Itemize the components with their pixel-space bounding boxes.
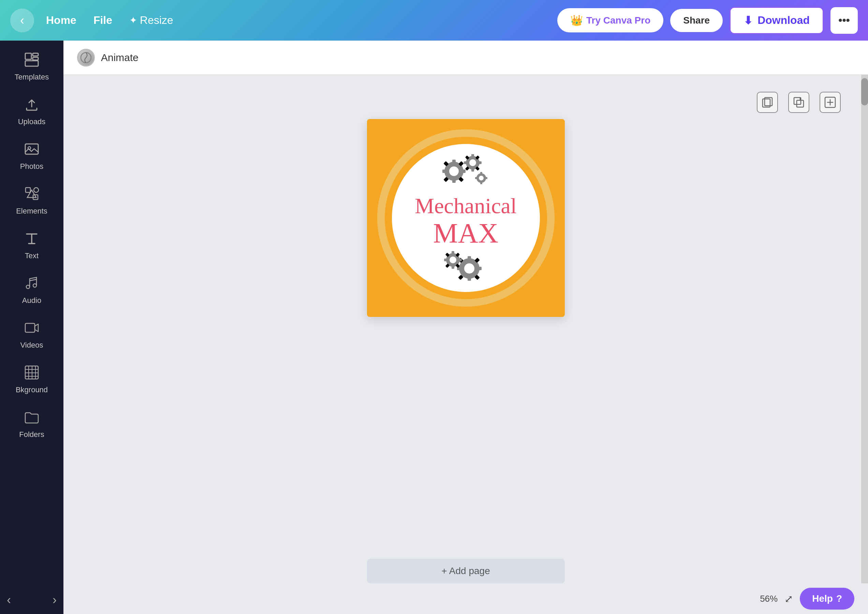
bkground-label: Bkground <box>16 386 48 394</box>
svg-point-50 <box>479 176 484 180</box>
add-page-bar[interactable]: + Add page <box>367 559 565 583</box>
templates-label: Templates <box>15 73 49 82</box>
uploads-label: Uploads <box>18 117 46 126</box>
design-title-line2: MAX <box>433 218 498 249</box>
audio-label: Audio <box>22 296 41 305</box>
svg-rect-23 <box>797 100 803 107</box>
svg-rect-68 <box>451 265 454 269</box>
svg-rect-54 <box>475 177 477 179</box>
folders-icon <box>24 409 40 427</box>
back-button[interactable]: ‹ <box>10 9 34 33</box>
sidebar-item-uploads[interactable]: Uploads <box>0 89 64 134</box>
svg-point-9 <box>26 285 29 288</box>
expand-icon[interactable]: ⤢ <box>784 593 793 605</box>
design-canvas[interactable]: Mechanical MAX <box>367 119 565 317</box>
svg-rect-4 <box>25 144 38 154</box>
uploads-icon <box>24 96 40 115</box>
svg-rect-58 <box>468 277 471 281</box>
svg-rect-3 <box>25 61 38 66</box>
gears-top <box>435 154 497 193</box>
sidebar-item-videos[interactable]: Videos <box>0 312 64 357</box>
svg-rect-6 <box>26 188 30 192</box>
add-page-label: + Add page <box>441 566 490 577</box>
sidebar-item-audio[interactable]: Audio <box>0 268 64 312</box>
scrollbar[interactable] <box>861 75 868 614</box>
animate-bar: Animate <box>64 40 868 75</box>
topbar: ‹ Home File ✦ Resize 👑 Try Canva Pro Sha… <box>0 0 868 40</box>
svg-rect-57 <box>468 256 471 260</box>
animate-icon <box>77 49 95 67</box>
file-button[interactable]: File <box>88 11 117 30</box>
download-icon: ⬇ <box>744 14 753 27</box>
svg-rect-33 <box>462 169 465 173</box>
bottom-bar: 56% ⤢ Help ? <box>127 583 868 614</box>
svg-point-56 <box>464 264 474 274</box>
help-button[interactable]: Help ? <box>800 588 854 609</box>
text-icon <box>24 231 40 249</box>
sidebar-arrows: ‹ › <box>0 593 64 607</box>
videos-icon <box>24 320 40 338</box>
svg-point-66 <box>450 256 456 264</box>
more-options-button[interactable]: ••• <box>831 7 858 34</box>
add-frame-button[interactable] <box>820 92 841 113</box>
svg-rect-1 <box>33 53 38 56</box>
svg-rect-43 <box>478 161 482 164</box>
svg-rect-11 <box>25 323 35 332</box>
svg-rect-59 <box>477 267 482 270</box>
svg-point-7 <box>34 188 39 192</box>
sidebar-item-photos[interactable]: Photos <box>0 134 64 178</box>
svg-rect-67 <box>451 251 454 254</box>
templates-icon <box>24 52 40 70</box>
inner-circle: Mechanical MAX <box>389 141 542 295</box>
svg-point-40 <box>469 159 476 166</box>
download-button[interactable]: ⬇ Download <box>730 7 824 34</box>
scrollbar-thumb[interactable] <box>861 78 868 105</box>
text-label: Text <box>25 251 39 260</box>
crown-icon: 👑 <box>570 14 583 26</box>
svg-rect-42 <box>471 168 474 172</box>
sidebar-item-templates[interactable]: Templates <box>0 44 64 89</box>
sidebar: Templates Uploads Photos <box>0 0 64 614</box>
sidebar-item-folders[interactable]: Folders <box>0 402 64 447</box>
svg-rect-2 <box>33 57 38 60</box>
bkground-icon <box>24 364 40 383</box>
question-mark: ? <box>836 593 842 604</box>
outer-circle: Mechanical MAX <box>377 129 555 307</box>
canvas-toolbar <box>757 92 841 113</box>
svg-rect-53 <box>485 177 487 179</box>
canvas-area: Mechanical MAX <box>64 75 868 614</box>
photos-label: Photos <box>20 162 43 171</box>
sidebar-scroll-right[interactable]: › <box>53 593 57 607</box>
help-label: Help <box>812 593 833 604</box>
gears-bottom <box>439 250 493 285</box>
resize-button[interactable]: ✦ Resize <box>124 11 178 30</box>
copy-frame-button[interactable] <box>757 92 778 113</box>
photos-icon <box>24 141 40 159</box>
try-canva-pro-button[interactable]: 👑 Try Canva Pro <box>557 8 663 33</box>
animate-label[interactable]: Animate <box>101 52 138 64</box>
svg-rect-31 <box>452 160 456 164</box>
zoom-level: 56% <box>760 594 778 604</box>
svg-rect-70 <box>444 259 448 261</box>
sidebar-scroll-left[interactable]: ‹ <box>7 593 11 607</box>
svg-rect-41 <box>471 154 474 157</box>
folders-label: Folders <box>19 430 44 439</box>
svg-rect-51 <box>480 172 482 174</box>
sidebar-item-text[interactable]: Text <box>0 223 64 268</box>
sidebar-item-elements[interactable]: Elements <box>0 178 64 223</box>
share-button[interactable]: Share <box>670 9 723 32</box>
svg-rect-44 <box>464 161 467 164</box>
svg-rect-32 <box>452 179 456 183</box>
videos-label: Videos <box>20 341 43 350</box>
audio-icon <box>24 275 40 293</box>
elements-icon <box>24 186 40 204</box>
home-button[interactable]: Home <box>41 11 82 30</box>
design-title-line1: Mechanical <box>415 194 517 218</box>
svg-point-10 <box>33 284 37 287</box>
svg-rect-34 <box>442 169 446 173</box>
sidebar-item-bkground[interactable]: Bkground <box>0 357 64 402</box>
resize-icon: ✦ <box>129 15 137 26</box>
duplicate-frame-button[interactable] <box>788 92 809 113</box>
svg-rect-0 <box>25 53 31 59</box>
elements-label: Elements <box>16 207 47 216</box>
